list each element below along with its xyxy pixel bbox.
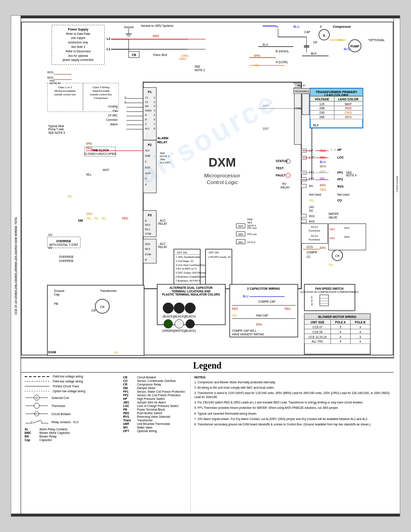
abbr-hp-desc: High Pressure Switch bbox=[137, 397, 186, 400]
svg-rect-173 bbox=[301, 214, 307, 218]
legend-row-6: Thermistor bbox=[25, 403, 119, 409]
field-low-symbol bbox=[25, 381, 49, 382]
svg-text:H: H bbox=[145, 177, 147, 180]
svg-text:O: O bbox=[35, 396, 38, 399]
svg-rect-157 bbox=[301, 177, 307, 181]
svg-text:FAULT: FAULT bbox=[276, 174, 286, 177]
svg-text:2: 2 bbox=[311, 299, 313, 302]
legend-title: Legend bbox=[21, 358, 394, 373]
abbr-jw1: JW1 bbox=[123, 401, 136, 404]
svg-text:1: 1 bbox=[154, 96, 155, 99]
abbr-cap-desc: Capacitor bbox=[39, 438, 119, 442]
legend-row-2: Field low voltage wiring bbox=[25, 380, 119, 383]
abbr-fp2: FP2 bbox=[123, 394, 136, 397]
svg-text:Ground: Ground bbox=[54, 289, 64, 292]
svg-text:WITH DIGITAL T-STAT: WITH DIGITAL T-STAT bbox=[49, 243, 78, 246]
svg-text:YEL: YEL bbox=[94, 217, 99, 220]
svg-text:RED: RED bbox=[345, 107, 352, 110]
svg-point-275 bbox=[164, 319, 173, 328]
svg-text:RV: RV bbox=[283, 182, 287, 185]
svg-text:Y1: Y1 bbox=[145, 96, 148, 99]
svg-text:BRN: BRN bbox=[320, 184, 326, 187]
svg-text:VALVE: VALVE bbox=[329, 216, 338, 219]
legend-row-3: Printed Circuit Trace bbox=[25, 385, 119, 388]
abbr-wv-desc: Water Valve bbox=[137, 426, 186, 429]
svg-text:YEL: YEL bbox=[309, 199, 315, 202]
svg-text:BLK: BLK bbox=[162, 53, 167, 56]
svg-text:(GREEN): (GREEN) bbox=[162, 329, 174, 333]
svg-text:COMPR CAP: COMPR CAP bbox=[258, 300, 276, 303]
svg-point-276 bbox=[175, 319, 184, 328]
svg-rect-298 bbox=[320, 295, 329, 306]
right-sidebar: 96B0100ND3 bbox=[394, 18, 400, 359]
abbr-pbs-desc: Push Button Switch bbox=[137, 412, 186, 415]
svg-text:BLU: BLU bbox=[243, 295, 248, 298]
svg-text:BLU: BLU bbox=[293, 25, 299, 28]
svg-text:RELAY: RELAY bbox=[158, 222, 167, 225]
svg-text:CCE 07: CCE 07 bbox=[313, 326, 323, 329]
svg-text:3: 3 bbox=[360, 335, 361, 339]
svg-text:OVR: OVR bbox=[145, 172, 151, 175]
note-4: 4. For 230/1/60 switch RED & ORG Leads a… bbox=[194, 400, 390, 404]
svg-text:ALL TRC: ALL TRC bbox=[312, 340, 323, 343]
svg-text:2: 2 bbox=[154, 101, 155, 103]
svg-text:JW4: JW4 bbox=[160, 158, 165, 161]
svg-text:conductors only.: conductors only. bbox=[68, 41, 89, 44]
svg-text:RED: RED bbox=[320, 156, 326, 159]
svg-text:JW3: JW3 bbox=[238, 225, 244, 227]
svg-line-413 bbox=[33, 420, 41, 423]
svg-text:CR: CR bbox=[100, 305, 105, 309]
svg-text:CR: CR bbox=[91, 309, 96, 312]
svg-text:ACC: ACC bbox=[160, 242, 166, 245]
svg-text:Neutral on 265V Systems: Neutral on 265V Systems bbox=[141, 24, 173, 28]
svg-point-270 bbox=[174, 303, 184, 313]
svg-text:R: R bbox=[145, 219, 147, 222]
svg-text:BLOWER MOTOR WIRING: BLOWER MOTOR WIRING bbox=[318, 315, 356, 318]
abbr-hp: HP bbox=[123, 397, 136, 400]
legend-desc-1: Field line voltage wiring bbox=[53, 375, 83, 378]
svg-text:5: 5 bbox=[340, 330, 342, 334]
svg-text:YEL: YEL bbox=[86, 217, 91, 220]
svg-text:COM: COM bbox=[145, 253, 151, 256]
svg-text:CB: CB bbox=[132, 53, 136, 56]
svg-text:R: R bbox=[145, 118, 147, 121]
svg-text:24 VAC: 24 VAC bbox=[108, 114, 118, 117]
svg-rect-131 bbox=[294, 87, 301, 145]
abbr-dm-desc: Damper Motor bbox=[137, 386, 186, 390]
legend-desc-6: Thermistor bbox=[51, 404, 65, 408]
circuit-breaker-symbol bbox=[25, 411, 49, 417]
svg-text:RV: RV bbox=[309, 184, 313, 188]
abbr-al: AL bbox=[25, 428, 38, 431]
abbr-bmc: BMC bbox=[25, 431, 38, 434]
svg-text:FAN SPEED SWITCH: FAN SPEED SWITCH bbox=[315, 287, 343, 290]
svg-text:RELAY: RELAY bbox=[298, 84, 306, 87]
svg-text:outside control box: outside control box bbox=[54, 93, 76, 96]
svg-text:NSB: NSB bbox=[145, 154, 150, 157]
svg-text:265: 265 bbox=[319, 116, 325, 119]
svg-text:TERMINAL LOCATIONS AND: TERMINAL LOCATIONS AND bbox=[171, 290, 210, 293]
note-7: 7. 24V Alarm Signal shown. For Dry Alarm… bbox=[194, 417, 390, 421]
svg-text:SEE NOTE 5: SEE NOTE 5 bbox=[48, 131, 65, 134]
svg-text:YEL: YEL bbox=[113, 351, 119, 354]
svg-text:SEE: SEE bbox=[195, 65, 201, 68]
legend-desc-5: Solenoid Coil bbox=[51, 396, 68, 399]
svg-text:ORG: ORG bbox=[86, 212, 93, 215]
svg-text:5: 5 bbox=[340, 326, 342, 329]
svg-text:(BLACK): (BLACK) bbox=[163, 315, 174, 318]
svg-rect-205 bbox=[206, 249, 232, 288]
svg-text:(BLACK): (BLACK) bbox=[174, 315, 185, 318]
svg-text:Wiring acceptable: Wiring acceptable bbox=[55, 90, 76, 92]
svg-text:RELAY: RELAY bbox=[158, 245, 167, 249]
svg-text:EH1: EH1 bbox=[344, 227, 349, 229]
svg-text:LOC: LOC bbox=[309, 156, 315, 159]
part-number: 96B0100ND3 bbox=[396, 176, 398, 192]
legend-row-8: Relay contacts - N.O. bbox=[25, 419, 119, 425]
svg-text:NO1: NO1 bbox=[145, 223, 150, 226]
svg-text:(WHITE): (WHITE) bbox=[174, 329, 185, 333]
svg-text:BRN: BRN bbox=[47, 71, 54, 74]
svg-text:CAP: CAP bbox=[304, 30, 310, 34]
svg-text:EH2: EH2 bbox=[344, 236, 349, 238]
svg-text:Compressor: Compressor bbox=[333, 25, 351, 29]
svg-text:AL2 DRY: AL2 DRY bbox=[160, 161, 171, 164]
svg-point-404 bbox=[34, 403, 39, 408]
